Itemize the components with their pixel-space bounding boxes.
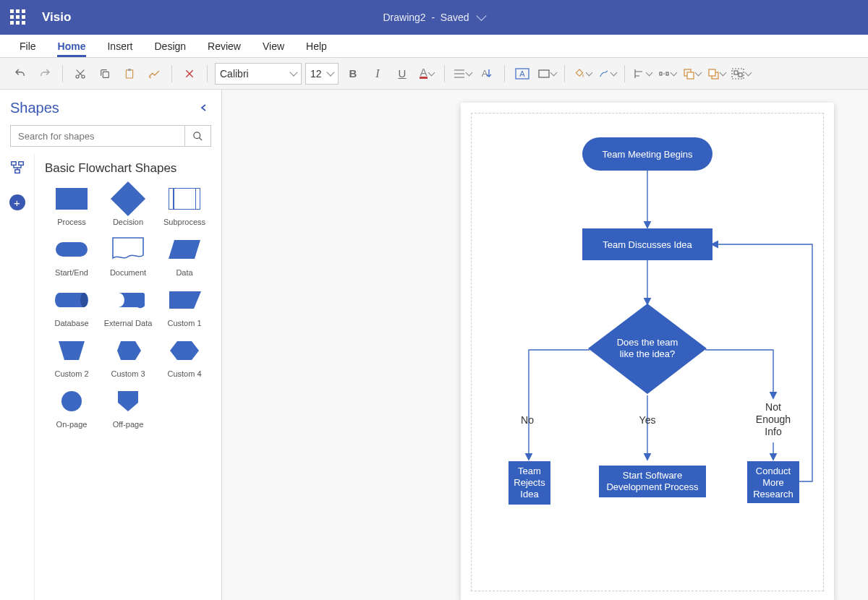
- format-painter-button[interactable]: [144, 63, 164, 85]
- shape-custom1[interactable]: Custom 1: [158, 286, 211, 327]
- shapes-search: [10, 125, 211, 147]
- tab-home[interactable]: Home: [47, 35, 97, 57]
- stencil-rail: +: [0, 154, 35, 600]
- delete-button[interactable]: [179, 63, 200, 85]
- tab-file[interactable]: File: [9, 35, 47, 57]
- node-decision-line1[interactable]: Does the team: [617, 337, 678, 348]
- document-status: Saved: [441, 12, 469, 23]
- shape-outline-button[interactable]: [597, 63, 617, 85]
- node-research-3[interactable]: Research: [753, 489, 793, 500]
- tab-help[interactable]: Help: [295, 35, 338, 57]
- cut-button[interactable]: [70, 63, 90, 85]
- chevron-down-icon: [289, 68, 297, 76]
- search-button[interactable]: [184, 126, 210, 146]
- arrange-align-button[interactable]: [632, 63, 652, 85]
- drawing-canvas[interactable]: Team Meeting Begins Team Discusses Idea …: [222, 90, 868, 600]
- document-title-button[interactable]: Drawing2 - Saved: [383, 12, 485, 23]
- bold-button[interactable]: B: [343, 63, 363, 85]
- shape-custom4[interactable]: Custom 4: [158, 336, 211, 378]
- font-size-value: 12: [310, 68, 322, 80]
- shape-externaldata[interactable]: External Data: [101, 286, 155, 327]
- svg-rect-11: [687, 72, 694, 79]
- panel-title: Shapes: [10, 100, 59, 116]
- redo-button[interactable]: [35, 63, 55, 85]
- copy-button[interactable]: [95, 63, 115, 85]
- svg-rect-8: [660, 72, 662, 75]
- svg-rect-16: [739, 73, 742, 77]
- shape-document[interactable]: Document: [101, 235, 155, 277]
- chevron-down-icon: [744, 69, 752, 77]
- shape-custom3[interactable]: Custom 3: [101, 336, 155, 378]
- font-family-value: Calibri: [220, 68, 249, 80]
- node-research-2[interactable]: More: [762, 477, 784, 488]
- collapse-panel-button[interactable]: [200, 102, 208, 115]
- node-research-1[interactable]: Conduct: [756, 466, 791, 476]
- page[interactable]: Team Meeting Begins Team Discusses Idea …: [461, 103, 834, 600]
- svg-point-21: [80, 293, 88, 307]
- svg-rect-7: [539, 70, 549, 77]
- shape-offpage[interactable]: Off-page: [101, 387, 155, 429]
- text-box-button[interactable]: A: [512, 63, 532, 85]
- text-orientation-button[interactable]: A: [477, 63, 497, 85]
- node-discuss-idea[interactable]: Team Discusses Idea: [603, 239, 692, 250]
- shape-startend[interactable]: Start/End: [45, 235, 98, 277]
- shape-process[interactable]: Process: [45, 184, 98, 226]
- chevron-down-icon: [610, 69, 617, 77]
- shapes-search-input[interactable]: [11, 126, 184, 146]
- tab-review[interactable]: Review: [197, 35, 252, 57]
- shape-fill-button[interactable]: [572, 63, 592, 85]
- chevron-down-icon: [719, 69, 726, 77]
- shape-insert-button[interactable]: [537, 63, 557, 85]
- svg-rect-19: [18, 162, 22, 166]
- chevron-down-icon: [476, 11, 486, 21]
- shape-data[interactable]: Data: [158, 235, 211, 277]
- undo-button[interactable]: [10, 63, 30, 85]
- node-reject-2[interactable]: Rejects: [514, 477, 545, 488]
- shape-subprocess[interactable]: Subprocess: [158, 184, 211, 226]
- shape-decision[interactable]: Decision: [101, 184, 155, 226]
- svg-rect-3: [126, 69, 132, 77]
- add-stencil-button[interactable]: +: [9, 194, 25, 210]
- stencil-icon[interactable]: [9, 160, 25, 179]
- branch-info-2: Enough: [756, 413, 791, 425]
- group-button[interactable]: [731, 63, 751, 85]
- shape-section-title: Basic Flowchart Shapes: [45, 161, 211, 176]
- waffle-icon[interactable]: [10, 9, 26, 25]
- svg-point-0: [76, 75, 79, 78]
- shape-onpage[interactable]: On-page: [45, 387, 98, 429]
- shape-database[interactable]: Database: [45, 286, 98, 327]
- node-reject-3[interactable]: Idea: [520, 489, 539, 500]
- font-family-combo[interactable]: Calibri: [215, 63, 302, 85]
- font-color-button[interactable]: A: [417, 63, 437, 85]
- tab-view[interactable]: View: [252, 35, 295, 57]
- distribute-button[interactable]: [657, 63, 677, 85]
- node-start-dev-2[interactable]: Development Process: [606, 481, 699, 492]
- chevron-down-icon: [694, 69, 702, 77]
- svg-point-17: [194, 132, 200, 138]
- underline-button[interactable]: U: [392, 63, 412, 85]
- ribbon-tabs: File Home Insert Design Review View Help: [0, 35, 868, 58]
- shape-custom2[interactable]: Custom 2: [45, 336, 98, 378]
- flowchart: Team Meeting Begins Team Discusses Idea …: [461, 103, 834, 600]
- align-button[interactable]: [452, 63, 472, 85]
- node-reject-1[interactable]: Team: [518, 466, 541, 476]
- node-decision-line2[interactable]: like the idea?: [620, 348, 676, 359]
- bring-front-button[interactable]: [681, 63, 702, 85]
- svg-text:A: A: [519, 69, 525, 78]
- branch-info-1: Not: [765, 401, 781, 413]
- app-name: Visio: [42, 10, 71, 25]
- chevron-down-icon: [585, 69, 592, 77]
- send-back-button[interactable]: [706, 63, 726, 85]
- shapes-panel: Shapes + Basic Flowchart Shapes Process: [0, 90, 222, 600]
- paste-button[interactable]: [119, 63, 140, 85]
- tab-design[interactable]: Design: [143, 35, 197, 57]
- chevron-down-icon: [427, 69, 435, 77]
- node-team-meeting[interactable]: Team Meeting Begins: [602, 149, 693, 160]
- tab-insert[interactable]: Insert: [96, 35, 143, 57]
- chevron-down-icon: [326, 68, 334, 76]
- node-start-dev-1[interactable]: Start Software: [623, 470, 682, 481]
- ribbon-toolbar: Calibri 12 B I U A A A: [0, 58, 868, 90]
- svg-rect-2: [103, 72, 109, 77]
- italic-button[interactable]: I: [367, 63, 388, 85]
- font-size-combo[interactable]: 12: [305, 63, 339, 85]
